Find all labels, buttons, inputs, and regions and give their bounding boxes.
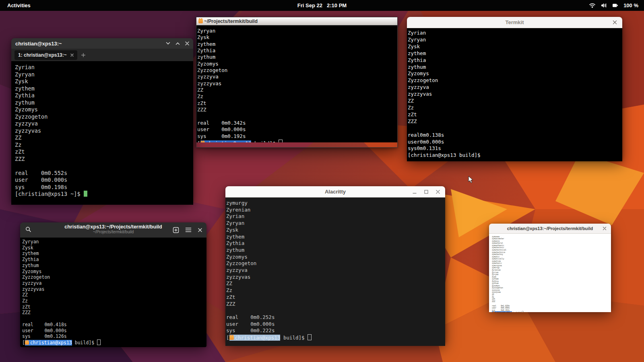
xterm-titlebar[interactable]: ~/Projects/termkit/build (196, 17, 397, 25)
terminal-output: Zyryan Zysk zythem Zythia zythum Zyzomys… (22, 239, 206, 339)
terminal-output: Zyrian Zyryan Zysk zythem Zythia zythum … (408, 30, 622, 152)
highlighted-host: [christian@xps13 (492, 311, 512, 312)
mini-terminal-area[interactable]: zymoses zymosimeter zymosis zymosterol z… (489, 234, 611, 312)
volume-icon (601, 3, 607, 8)
mouse-cursor (468, 176, 474, 184)
clock-time: 2:10 PM (327, 2, 347, 8)
shell-prompt: [christian@xps13 ~]$ (15, 191, 193, 198)
mini-window-title: christian@xps13:~/Projects/termkit/build (507, 226, 593, 231)
shell-prompt: [christian@xps13 build]$ (492, 311, 611, 312)
window-title: christian@xps13:~ (15, 41, 62, 47)
window-xterm: ~/Projects/termkit/build Zyryan Zysk zyt… (196, 17, 398, 148)
system-status-area[interactable]: 100 % (589, 0, 638, 11)
battery-percentage: 100 % (623, 2, 638, 8)
close-button[interactable] (601, 225, 608, 232)
cat-emoji-icon (229, 336, 234, 340)
xterm-window-title: ~/Projects/termkit/build (204, 19, 258, 24)
cat-emoji-icon (200, 142, 205, 142)
window-termkit: Termkit Zyrian Zyryan Zysk zythem Zythia… (407, 17, 622, 160)
terminal-output: zymurgy Zyrenian Zyrian Zyryan Zysk zyth… (226, 200, 445, 334)
tab-close-icon[interactable] (70, 53, 74, 57)
gnome-top-bar: Activities Fri Sep 22 2:10 PM 100 % (0, 0, 644, 11)
cat-emoji-icon (25, 341, 29, 345)
selected-host: christian@xps13 (229, 335, 281, 341)
window-alacritty: Alacritty zymurgy Zyrenian Zyrian Zyryan… (225, 186, 445, 343)
close-icon (603, 226, 607, 230)
close-icon[interactable] (185, 41, 189, 45)
terminal-cursor (279, 140, 283, 142)
window-terminal-home: christian@xps13:~ 1: christian@xps13:~ Z… (11, 38, 193, 202)
gnome-headerbar[interactable]: christian@xps13:~/Projects/termkit/build… (20, 222, 206, 238)
new-tab-icon[interactable] (173, 227, 179, 233)
minimize-icon[interactable] (412, 189, 417, 194)
window-mini-terminal: christian@xps13:~/Projects/termkit/build… (489, 224, 611, 310)
clock-date: Fri Sep 22 (297, 2, 322, 8)
close-icon (613, 20, 617, 25)
shell-prompt: [christian@xps13 build]$ (226, 334, 445, 341)
terminal-cursor (84, 191, 87, 197)
wifi-icon (589, 3, 596, 8)
battery-icon (612, 3, 618, 8)
terminal-cursor (308, 334, 312, 340)
tab-label: 1: christian@xps13:~ (18, 52, 67, 58)
terminal-cursor (522, 311, 524, 312)
terminal-output: zymoses zymosimeter zymosis zymosterol z… (492, 235, 611, 311)
terminal-tab[interactable]: 1: christian@xps13:~ (14, 50, 77, 60)
alacritty-window-title: Alacritty (325, 189, 346, 195)
shell-prompt: [christian@xps13 build]$ (22, 339, 206, 346)
clock-button[interactable]: Fri Sep 22 2:10 PM (0, 0, 644, 11)
terminal-output: Zyrian Zyryan Zysk zythem Zythia zythum … (15, 64, 193, 191)
terminal-cursor (97, 339, 101, 345)
termkit-titlebar[interactable]: Termkit (407, 17, 622, 28)
shell-prompt: [christian@xps13 build]$ (408, 152, 622, 159)
new-tab-plus-icon[interactable] (81, 53, 85, 57)
highlighted-host: christian@xps13 (200, 140, 252, 142)
hamburger-menu-icon[interactable] (185, 227, 192, 232)
alacritty-terminal-area[interactable]: zymurgy Zyrenian Zyrian Zyryan Zysk zyth… (225, 197, 445, 346)
close-icon[interactable] (198, 228, 202, 232)
window-gnome-terminal: christian@xps13:~/Projects/termkit/build… (20, 222, 206, 346)
mini-titlebar[interactable]: christian@xps13:~/Projects/termkit/build (489, 224, 611, 234)
termkit-terminal-area[interactable]: Zyrian Zyryan Zysk zythem Zythia zythum … (407, 28, 622, 161)
tab-bar: 1: christian@xps13:~ (11, 49, 193, 61)
highlighted-host: christian@xps13 (25, 340, 72, 346)
close-button[interactable] (611, 19, 618, 26)
gnome-terminal-area[interactable]: Zyryan Zysk zythem Zythia zythum Zyzomys… (20, 238, 206, 347)
maximize-icon[interactable] (424, 189, 429, 194)
terminal-area[interactable]: Zyrian Zyryan Zysk zythem Zythia zythum … (11, 61, 193, 205)
chevron-up-icon[interactable] (175, 42, 180, 45)
xterm-terminal-area[interactable]: Zyryan Zysk zythem Zythia zythum Zyzomys… (196, 25, 397, 142)
alacritty-titlebar[interactable]: Alacritty (225, 186, 445, 197)
termkit-window-title: Termkit (506, 19, 524, 25)
terminal-output: Zyryan Zysk zythem Zythia zythum Zyzomys… (197, 28, 397, 140)
shell-prompt: [christian@xps13 build]$ (197, 140, 397, 142)
close-icon[interactable] (436, 189, 440, 194)
chevron-down-icon[interactable] (166, 42, 170, 45)
cat-emoji-icon (198, 19, 203, 23)
terminal-titlebar[interactable]: christian@xps13:~ (11, 38, 193, 49)
